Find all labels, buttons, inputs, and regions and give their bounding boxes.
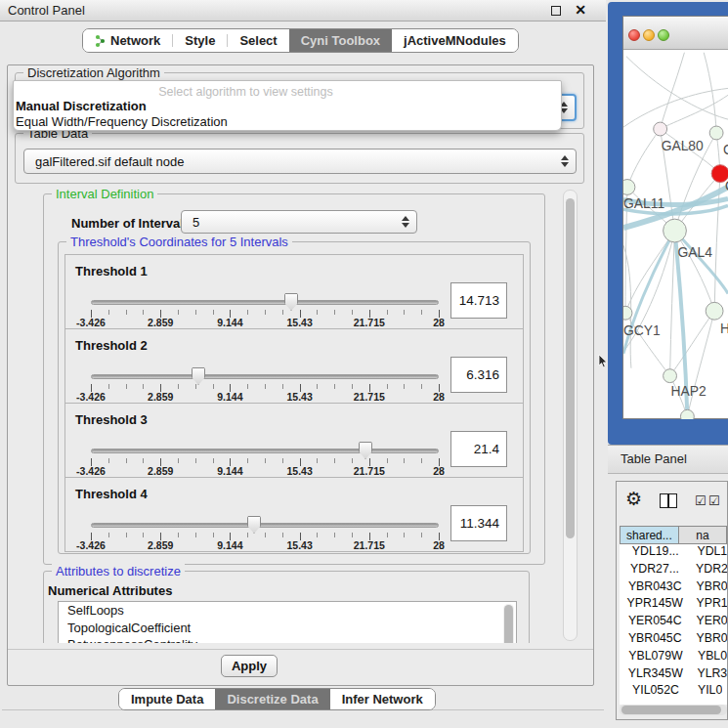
table-row[interactable]: YBR043C YBR0	[620, 579, 727, 597]
attribute-item[interactable]: BetweennessCentrality	[59, 636, 516, 643]
table-hscrollbar[interactable]	[620, 705, 727, 715]
cell-name[interactable]: YLR3	[691, 666, 727, 684]
settings-scrollbar[interactable]	[563, 190, 578, 641]
network-edge[interactable]	[627, 129, 661, 187]
slider-thumb[interactable]	[359, 442, 372, 459]
table-data-combobox[interactable]: galFiltered.sif default node	[23, 149, 577, 174]
network-edge[interactable]	[661, 95, 728, 129]
close-icon[interactable]: ✕	[575, 2, 586, 18]
cell-name[interactable]: YDR2	[690, 562, 727, 579]
slider-track[interactable]	[91, 374, 439, 379]
node-hap2[interactable]	[664, 369, 677, 383]
node-gal11[interactable]	[623, 180, 635, 195]
tab-cyni-toolbox[interactable]: Cyni Toolbox	[289, 29, 392, 52]
network-edge[interactable]	[687, 311, 714, 416]
checkbox-icon[interactable]: ☑	[695, 493, 707, 508]
close-traffic-light[interactable]	[628, 29, 640, 41]
table-row[interactable]: YIL052C YIL0	[620, 683, 727, 701]
threshold-value-field[interactable]: 11.344	[450, 505, 507, 541]
network-edge[interactable]	[661, 53, 685, 129]
cell-shared-name[interactable]: YBR043C	[620, 579, 691, 597]
table-row[interactable]: YBR045C YBR0	[620, 631, 727, 649]
table-row[interactable]: YLR345W YLR3	[620, 666, 727, 684]
threshold-slider[interactable]: -3.4262.8599.14415.4321.71528	[91, 329, 439, 405]
tab-select[interactable]: Select	[228, 29, 288, 52]
cell-shared-name[interactable]: YLR345W	[620, 666, 691, 684]
scrollbar-thumb[interactable]	[566, 198, 575, 538]
table-row[interactable]: YER054C YER0	[620, 614, 727, 631]
table-row[interactable]: YDR27... YDR2	[620, 562, 727, 579]
minimize-traffic-light[interactable]	[643, 29, 655, 41]
cell-name[interactable]: YBR0	[691, 631, 727, 649]
network-edge[interactable]	[704, 53, 716, 133]
column-layout-icon[interactable]	[660, 493, 677, 508]
algorithm-option-equal-width[interactable]: Equal Width/Frequency Discretization	[16, 114, 228, 129]
cell-shared-name[interactable]: YIL052C	[620, 683, 692, 701]
tab-style[interactable]: Style	[173, 29, 227, 52]
cell-name[interactable]: YER0	[691, 614, 727, 631]
slider-track[interactable]	[91, 300, 439, 305]
checkbox-icon[interactable]: ☑	[708, 493, 720, 508]
cell-name[interactable]: YDL1	[691, 544, 727, 562]
tab-network[interactable]: Network	[83, 29, 172, 52]
scrollbar-thumb[interactable]	[621, 706, 721, 714]
cell-shared-name[interactable]: YDR27...	[620, 562, 690, 579]
slider-tick	[421, 458, 422, 463]
table-row[interactable]: YDL19... YDL1	[620, 544, 727, 562]
table-row[interactable]: YPR145W YPR1	[620, 596, 727, 614]
threshold-slider[interactable]: -3.4262.8599.14415.4321.71528	[91, 404, 439, 479]
cell-shared-name[interactable]: YDL19...	[620, 544, 691, 562]
float-window-icon[interactable]	[551, 6, 561, 16]
slider-tick	[213, 533, 214, 537]
threshold-value-field[interactable]: 6.316	[450, 357, 507, 393]
node-gcy1[interactable]	[623, 306, 632, 320]
column-header-shared-name[interactable]: shared...	[620, 526, 679, 544]
network-edge[interactable]	[670, 311, 715, 375]
threshold-value-field[interactable]: 14.713	[450, 282, 507, 319]
cell-shared-name[interactable]: YER054C	[620, 614, 691, 631]
cell-name[interactable]: YIL0	[692, 683, 722, 701]
tab-jactivemnodules[interactable]: jActiveMNodules	[392, 29, 518, 52]
attributes-scrollbar[interactable]	[503, 604, 514, 643]
node-right-h[interactable]	[706, 302, 723, 320]
number-of-intervals-value: 5	[193, 215, 199, 230]
node-bottom[interactable]	[680, 409, 694, 419]
attribute-item[interactable]: SelfLoops	[59, 602, 516, 620]
cell-name[interactable]: YPR1	[691, 596, 727, 614]
table-row[interactable]: YBL079W YBL0	[620, 649, 727, 666]
tab-impute-data[interactable]: Impute Data	[119, 689, 215, 709]
network-edge[interactable]	[626, 57, 728, 119]
network-canvas[interactable]: GAL80GCGAL11GAL4GCY1HHAP2	[623, 51, 728, 419]
column-header-name[interactable]: na	[679, 526, 727, 544]
cell-name[interactable]: YBR0	[691, 579, 727, 597]
cell-shared-name[interactable]: YBL079W	[620, 649, 692, 666]
scrollbar-thumb[interactable]	[504, 605, 513, 643]
attribute-item[interactable]: TopologicalCoefficient	[59, 620, 516, 637]
tab-discretize-data[interactable]: Discretize Data	[215, 689, 329, 709]
tab-infer-network[interactable]: Infer Network	[330, 689, 435, 709]
apply-button[interactable]: Apply	[221, 655, 278, 677]
node-gal4[interactable]	[664, 219, 687, 242]
slider-thumb[interactable]	[192, 367, 205, 385]
algorithm-option-manual[interactable]: Manual Discretization	[16, 99, 147, 113]
slider-thumb[interactable]	[247, 516, 261, 534]
slider-thumb[interactable]	[284, 293, 298, 311]
cell-name[interactable]: YBL0	[692, 649, 727, 666]
node-gal80[interactable]	[654, 122, 667, 136]
slider-tick	[265, 384, 266, 389]
network-edge[interactable]	[670, 231, 675, 376]
slider-track[interactable]	[91, 449, 439, 453]
slider-track[interactable]	[91, 523, 439, 528]
cell-shared-name[interactable]: YPR145W	[620, 596, 691, 614]
threshold-slider[interactable]: -3.4262.8599.14415.4321.71528	[91, 255, 439, 330]
number-of-intervals-combobox[interactable]: 5	[181, 210, 417, 234]
slider-tick	[387, 384, 388, 389]
gear-icon[interactable]: ⚙	[625, 488, 642, 510]
node-top-right[interactable]	[709, 126, 723, 140]
network-edge[interactable]	[675, 231, 728, 293]
numerical-attributes-list[interactable]: SelfLoopsTopologicalCoefficientBetweenne…	[58, 601, 517, 643]
cell-shared-name[interactable]: YBR045C	[620, 631, 691, 649]
zoom-traffic-light[interactable]	[658, 29, 669, 41]
threshold-value-field[interactable]: 21.4	[450, 431, 507, 467]
threshold-slider[interactable]: -3.4262.8599.14415.4321.71528	[91, 478, 439, 553]
